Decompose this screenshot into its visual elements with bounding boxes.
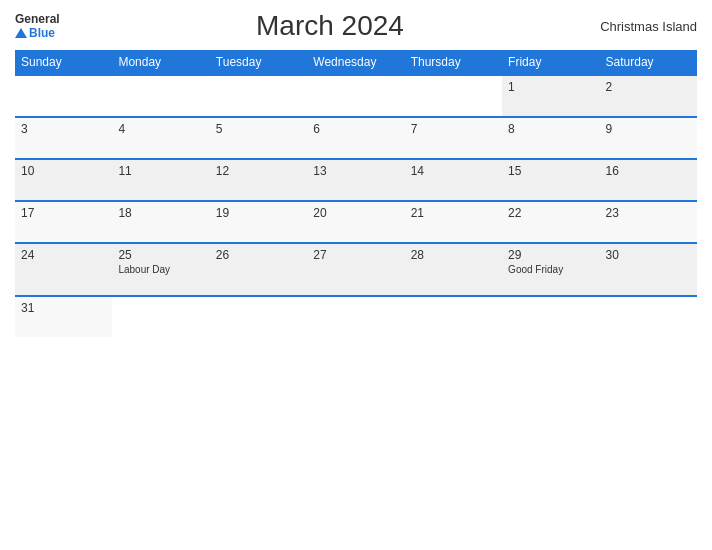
day-number: 19 <box>216 206 301 220</box>
day-number: 7 <box>411 122 496 136</box>
day-number: 13 <box>313 164 398 178</box>
day-number: 6 <box>313 122 398 136</box>
calendar-day-cell: 10 <box>15 159 112 201</box>
day-number: 25 <box>118 248 203 262</box>
col-friday: Friday <box>502 50 599 75</box>
day-number: 9 <box>606 122 691 136</box>
calendar-day-cell: 12 <box>210 159 307 201</box>
calendar-day-cell: 5 <box>210 117 307 159</box>
day-number: 24 <box>21 248 106 262</box>
region-label: Christmas Island <box>600 19 697 34</box>
calendar-day-cell: 21 <box>405 201 502 243</box>
logo-blue-text: Blue <box>15 26 60 40</box>
day-number: 21 <box>411 206 496 220</box>
calendar-day-cell <box>502 296 599 337</box>
day-number: 15 <box>508 164 593 178</box>
day-number: 3 <box>21 122 106 136</box>
holiday-label: Labour Day <box>118 264 203 275</box>
calendar-day-cell: 7 <box>405 117 502 159</box>
col-saturday: Saturday <box>600 50 697 75</box>
calendar-day-cell: 28 <box>405 243 502 296</box>
day-number: 14 <box>411 164 496 178</box>
calendar-day-cell: 8 <box>502 117 599 159</box>
calendar-day-cell <box>405 75 502 117</box>
day-number: 5 <box>216 122 301 136</box>
calendar-week-row: 17181920212223 <box>15 201 697 243</box>
calendar-day-cell: 30 <box>600 243 697 296</box>
day-number: 20 <box>313 206 398 220</box>
logo-general-text: General <box>15 12 60 26</box>
calendar-day-cell: 22 <box>502 201 599 243</box>
calendar-day-cell <box>210 75 307 117</box>
calendar-day-cell: 25Labour Day <box>112 243 209 296</box>
calendar-day-cell <box>15 75 112 117</box>
calendar-day-cell: 2 <box>600 75 697 117</box>
calendar-day-cell <box>307 75 404 117</box>
day-number: 2 <box>606 80 691 94</box>
day-number: 18 <box>118 206 203 220</box>
calendar-week-row: 31 <box>15 296 697 337</box>
calendar-week-row: 2425Labour Day26272829Good Friday30 <box>15 243 697 296</box>
logo-triangle-icon <box>15 28 27 38</box>
page-title: March 2024 <box>256 10 404 42</box>
calendar-day-cell: 4 <box>112 117 209 159</box>
col-tuesday: Tuesday <box>210 50 307 75</box>
day-number: 31 <box>21 301 106 315</box>
calendar-day-cell <box>112 296 209 337</box>
day-number: 8 <box>508 122 593 136</box>
day-number: 12 <box>216 164 301 178</box>
day-number: 10 <box>21 164 106 178</box>
calendar-day-cell: 3 <box>15 117 112 159</box>
calendar-day-cell: 27 <box>307 243 404 296</box>
calendar-day-cell: 31 <box>15 296 112 337</box>
col-wednesday: Wednesday <box>307 50 404 75</box>
calendar-week-row: 3456789 <box>15 117 697 159</box>
calendar-day-cell <box>210 296 307 337</box>
day-number: 23 <box>606 206 691 220</box>
calendar-header: Sunday Monday Tuesday Wednesday Thursday… <box>15 50 697 75</box>
calendar-day-cell: 20 <box>307 201 404 243</box>
day-number: 28 <box>411 248 496 262</box>
calendar-day-cell: 11 <box>112 159 209 201</box>
day-number: 27 <box>313 248 398 262</box>
calendar-table: Sunday Monday Tuesday Wednesday Thursday… <box>15 50 697 337</box>
col-thursday: Thursday <box>405 50 502 75</box>
calendar-day-cell: 1 <box>502 75 599 117</box>
day-number: 30 <box>606 248 691 262</box>
days-of-week-row: Sunday Monday Tuesday Wednesday Thursday… <box>15 50 697 75</box>
day-number: 26 <box>216 248 301 262</box>
calendar-day-cell: 18 <box>112 201 209 243</box>
col-monday: Monday <box>112 50 209 75</box>
day-number: 11 <box>118 164 203 178</box>
calendar-day-cell: 24 <box>15 243 112 296</box>
day-number: 16 <box>606 164 691 178</box>
calendar-day-cell: 19 <box>210 201 307 243</box>
calendar-day-cell <box>307 296 404 337</box>
calendar-body: 1234567891011121314151617181920212223242… <box>15 75 697 337</box>
calendar-day-cell: 6 <box>307 117 404 159</box>
calendar-day-cell: 15 <box>502 159 599 201</box>
calendar-week-row: 12 <box>15 75 697 117</box>
calendar-day-cell: 23 <box>600 201 697 243</box>
day-number: 17 <box>21 206 106 220</box>
col-sunday: Sunday <box>15 50 112 75</box>
calendar-day-cell: 17 <box>15 201 112 243</box>
calendar-day-cell: 26 <box>210 243 307 296</box>
calendar-day-cell: 13 <box>307 159 404 201</box>
calendar-day-cell: 9 <box>600 117 697 159</box>
logo: General Blue <box>15 12 60 41</box>
calendar-day-cell <box>600 296 697 337</box>
holiday-label: Good Friday <box>508 264 593 275</box>
day-number: 22 <box>508 206 593 220</box>
day-number: 29 <box>508 248 593 262</box>
day-number: 4 <box>118 122 203 136</box>
calendar-day-cell: 16 <box>600 159 697 201</box>
header: General Blue March 2024 Christmas Island <box>15 10 697 42</box>
calendar-day-cell <box>405 296 502 337</box>
calendar-day-cell: 14 <box>405 159 502 201</box>
day-number: 1 <box>508 80 593 94</box>
calendar-day-cell <box>112 75 209 117</box>
calendar-day-cell: 29Good Friday <box>502 243 599 296</box>
calendar-week-row: 10111213141516 <box>15 159 697 201</box>
calendar-page: General Blue March 2024 Christmas Island… <box>0 0 712 550</box>
